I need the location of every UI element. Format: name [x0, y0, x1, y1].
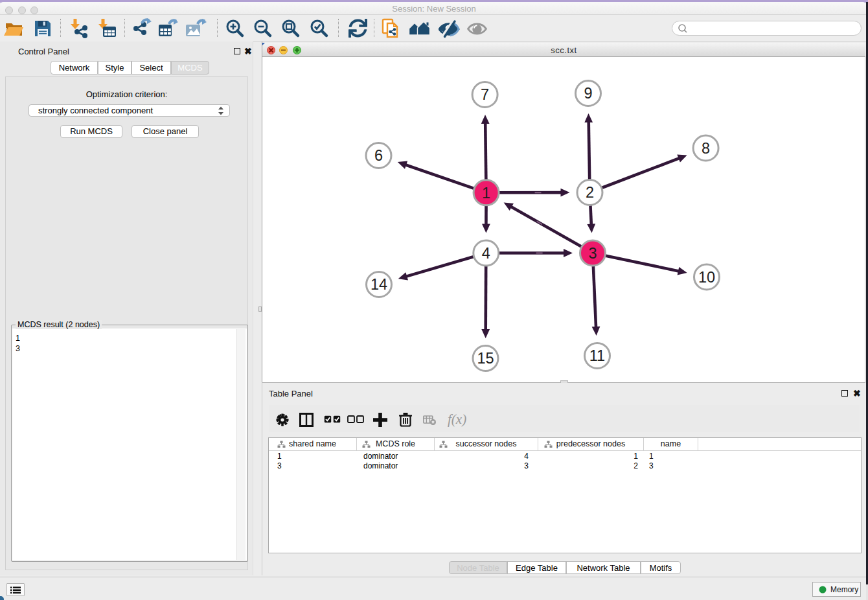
svg-text:3: 3: [588, 245, 597, 262]
svg-text:10: 10: [698, 269, 715, 286]
svg-text:6: 6: [374, 147, 383, 164]
svg-text:8: 8: [702, 140, 710, 157]
svg-text:2: 2: [586, 184, 594, 201]
svg-text:1: 1: [482, 185, 490, 202]
svg-text:7: 7: [481, 86, 489, 103]
svg-text:9: 9: [584, 85, 592, 102]
svg-text:4: 4: [482, 245, 490, 262]
svg-text:11: 11: [589, 347, 605, 364]
svg-text:14: 14: [371, 276, 387, 293]
svg-text:15: 15: [477, 350, 494, 367]
